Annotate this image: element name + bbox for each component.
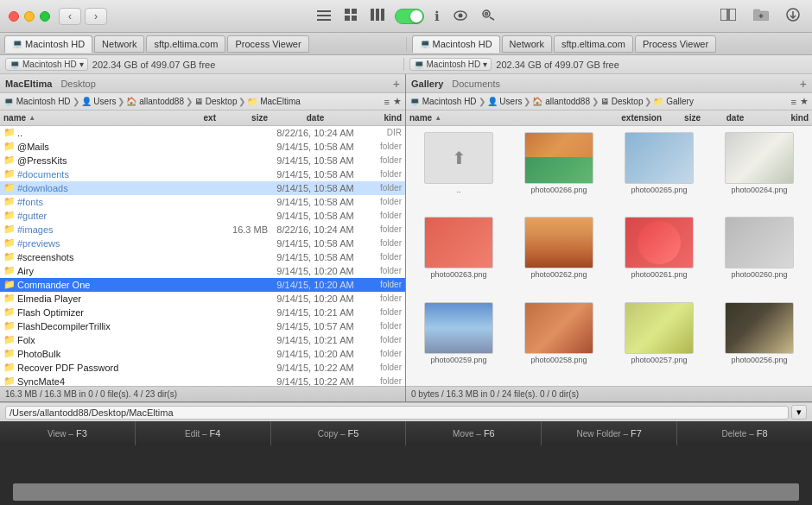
file-row[interactable]: 📁 Commander One 9/14/15, 10:20 AM folder <box>0 278 405 292</box>
tab-process-left[interactable]: Process Viewer <box>227 35 308 53</box>
gallery-item[interactable]: photo00259.png <box>409 300 508 382</box>
fn-newfolder-button[interactable]: New Folder – F7 <box>542 421 677 445</box>
panel-toggle-button[interactable] <box>717 7 739 25</box>
file-row[interactable]: 📁 @PressKits 9/14/15, 10:58 AM folder <box>0 154 405 167</box>
path-go-button[interactable]: ▾ <box>791 405 807 420</box>
info-button[interactable]: ℹ <box>431 7 443 26</box>
bc-macintosh[interactable]: 💻 Macintosh HD <box>3 97 71 106</box>
gallery-item[interactable]: photo00265.png <box>610 129 708 212</box>
bc-r-macintosh[interactable]: 💻 Macintosh HD <box>409 97 477 106</box>
tab-network-right[interactable]: Network <box>502 35 552 53</box>
bc-users[interactable]: 👤 Users <box>81 97 117 106</box>
right-panel-add-button[interactable]: + <box>800 77 807 91</box>
gallery-item[interactable]: photo00258.png <box>510 300 608 382</box>
close-button[interactable] <box>9 11 19 22</box>
tab-macintosh-hd-right[interactable]: 💻 Macintosh HD <box>412 35 500 53</box>
gallery-item[interactable]: photo00256.png <box>710 300 809 382</box>
svg-rect-1 <box>317 15 331 16</box>
nav-back-button[interactable]: ‹ <box>59 8 81 25</box>
column-view-button[interactable] <box>341 7 360 25</box>
r-col-size-header[interactable]: size <box>662 113 701 123</box>
file-name: #downloads <box>17 183 186 193</box>
gallery-item[interactable]: photo00260.png <box>710 214 809 297</box>
file-date: 9/14/15, 10:20 AM <box>268 266 363 276</box>
bc-maceltima[interactable]: 📁 MacEltima <box>247 97 300 106</box>
file-row[interactable]: 📁 #fonts 9/14/15, 10:58 AM folder <box>0 195 405 209</box>
gallery-grid[interactable]: ⬆ .. photo00266.png photo00265.png photo… <box>406 126 812 386</box>
file-date: 9/14/15, 10:58 AM <box>268 238 363 249</box>
bc-r-view-toggle[interactable]: ≡ <box>791 96 796 107</box>
new-folder-toolbar-button[interactable] <box>750 7 772 25</box>
file-row[interactable]: 📁 #documents 9/14/15, 10:58 AM folder <box>0 167 405 181</box>
tab-process-right[interactable]: Process Viewer <box>635 35 716 53</box>
col-date-header[interactable]: date <box>268 113 363 123</box>
bc-r-users[interactable]: 👤 Users <box>487 97 523 106</box>
minimize-button[interactable] <box>24 11 35 22</box>
icon-view-button[interactable] <box>367 7 388 25</box>
file-name: #screenshots <box>17 252 186 262</box>
bc-r-star[interactable]: ★ <box>800 96 809 107</box>
col-ext-header[interactable]: ext <box>186 113 216 123</box>
tab-network-left[interactable]: Network <box>94 35 144 53</box>
file-row[interactable]: 📁 #screenshots 9/14/15, 10:58 AM folder <box>0 250 405 264</box>
file-row[interactable]: 📁 #downloads 9/14/15, 10:58 AM folder <box>0 181 405 195</box>
file-row[interactable]: 📁 Flash Optimizer 9/14/15, 10:21 AM fold… <box>0 306 405 319</box>
gallery-item[interactable]: photo00263.png <box>409 214 508 297</box>
gallery-item[interactable]: photo00261.png <box>610 214 708 297</box>
bc-r-desktop[interactable]: 🖥 Desktop <box>600 97 643 106</box>
bc-star[interactable]: ★ <box>393 96 402 107</box>
fn-view-button[interactable]: View – F3 <box>0 421 136 445</box>
r-col-name-header[interactable]: name ▲ <box>409 113 614 123</box>
nav-forward-button[interactable]: › <box>85 8 107 25</box>
gallery-item[interactable]: photo00266.png <box>510 129 608 212</box>
eye-button[interactable] <box>450 7 471 25</box>
gallery-item[interactable]: photo00264.png <box>710 129 809 212</box>
file-row[interactable]: 📁 #images 16.3 MB 8/22/16, 10:24 AM fold… <box>0 223 405 237</box>
file-row[interactable]: 📁 FlashDecompilerTrillix 9/14/15, 10:57 … <box>0 319 405 333</box>
r-col-date-header[interactable]: date <box>701 113 770 123</box>
file-row[interactable]: 📁 .. 8/22/16, 10:24 AM DIR <box>0 126 405 140</box>
bc-r-gallery[interactable]: 📁 Gallery <box>653 97 693 106</box>
file-row[interactable]: 📁 Folx 9/14/15, 10:21 AM folder <box>0 333 405 347</box>
col-kind-header[interactable]: kind <box>363 113 402 123</box>
disk-selector-right[interactable]: 💻 Macintosh HD ▾ <box>409 58 492 71</box>
r-col-ext-header[interactable]: extension <box>614 113 662 123</box>
disk-selector-left[interactable]: 💻 Macintosh HD ▾ <box>5 58 88 71</box>
file-row[interactable]: 📁 PhotoBulk 9/14/15, 10:20 AM folder <box>0 347 405 361</box>
search-button[interactable] <box>478 7 498 25</box>
gallery-item[interactable]: photo00262.png <box>510 214 608 297</box>
r-col-kind-header[interactable]: kind <box>770 113 809 123</box>
file-row[interactable]: 📁 #previews 9/14/15, 10:58 AM folder <box>0 237 405 250</box>
bc-desktop[interactable]: 🖥 Desktop <box>194 97 237 106</box>
file-row[interactable]: 📁 #gutter 9/14/15, 10:58 AM folder <box>0 209 405 223</box>
file-kind: folder <box>363 363 402 372</box>
maximize-button[interactable] <box>40 11 50 22</box>
tab-sftp-left[interactable]: sftp.eltima.com <box>146 35 225 53</box>
file-row[interactable]: 📁 Airy 9/14/15, 10:20 AM folder <box>0 264 405 278</box>
bc-r-allantodd[interactable]: 🏠 allantodd88 <box>532 97 590 106</box>
left-panel-add-button[interactable]: + <box>393 77 400 91</box>
gallery-item[interactable]: photo00257.png <box>610 300 708 382</box>
file-row[interactable]: 📁 Recover PDF Password 9/14/15, 10:22 AM… <box>0 361 405 375</box>
fn-copy-button[interactable]: Copy – F5 <box>271 421 407 445</box>
fn-delete-label: F8 <box>757 428 768 439</box>
tab-sftp-right[interactable]: sftp.eltima.com <box>554 35 633 53</box>
fn-edit-button[interactable]: Edit – F4 <box>136 421 271 445</box>
left-file-list[interactable]: 📁 .. 8/22/16, 10:24 AM DIR 📁 @Mails 9/14… <box>0 126 405 386</box>
bc-view-toggle[interactable]: ≡ <box>384 96 390 107</box>
download-button[interactable] <box>783 6 803 26</box>
file-row[interactable]: 📁 Elmedia Player 9/14/15, 10:20 AM folde… <box>0 292 405 306</box>
file-row[interactable]: 📁 SyncMate4 9/14/15, 10:22 AM folder <box>0 375 405 386</box>
list-view-button[interactable] <box>314 7 334 25</box>
gallery-item[interactable]: ⬆ .. <box>409 129 508 212</box>
col-size-header[interactable]: size <box>216 113 268 123</box>
col-name-header[interactable]: name ▲ <box>3 113 186 123</box>
fn-delete-button[interactable]: Delete – F8 <box>677 421 812 445</box>
tab-macintosh-hd-left[interactable]: 💻 Macintosh HD <box>4 35 92 53</box>
file-row[interactable]: 📁 @Mails 9/14/15, 10:58 AM folder <box>0 140 405 154</box>
fn-move-button[interactable]: Move – F6 <box>406 421 542 445</box>
path-input[interactable] <box>5 406 789 420</box>
toggle-switch[interactable] <box>395 9 424 24</box>
bc-allantodd[interactable]: 🏠 allantodd88 <box>126 97 184 106</box>
traffic-lights <box>9 11 50 22</box>
